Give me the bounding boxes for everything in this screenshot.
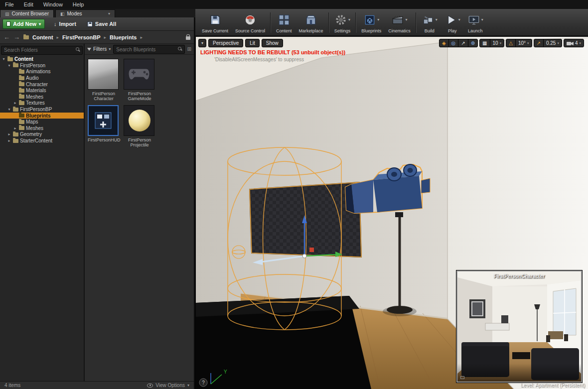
- rotation-snap-value[interactable]: 10°▾: [516, 39, 532, 47]
- chevron-down-icon[interactable]: ▾: [377, 17, 379, 22]
- chevron-down-icon[interactable]: ▾: [348, 17, 350, 22]
- asset-thumbnail[interactable]: [124, 59, 154, 90]
- grid-snap-value[interactable]: 10▾: [490, 39, 504, 47]
- axis-y-label: Y: [224, 369, 227, 375]
- search-assets-input[interactable]: [113, 45, 184, 54]
- rotation-icon: ◎: [451, 40, 456, 46]
- scale-snap-value[interactable]: 0.25▾: [544, 39, 562, 47]
- asset-firstperson-projectile[interactable]: FirstPersonProjectile: [124, 105, 155, 147]
- breadcrumb-blueprints[interactable]: Blueprints: [110, 34, 137, 40]
- save-current-button[interactable]: Save Current: [198, 10, 232, 35]
- view-options-button[interactable]: View Options ▾: [147, 383, 189, 388]
- viewport-toolbar: ▾ Perspective Lit Show: [198, 39, 283, 47]
- grid-snap-label: 10: [493, 40, 498, 46]
- chevron-down-icon[interactable]: ▾: [108, 11, 110, 16]
- maximize-button[interactable]: ↗: [458, 39, 468, 47]
- tree-item-textures[interactable]: ▸Textures: [0, 100, 84, 107]
- asset-firstperson-gamemode[interactable]: FirstPersonGameMode: [124, 59, 155, 101]
- forward-button[interactable]: →: [13, 33, 20, 41]
- angle-icon: △: [509, 40, 513, 46]
- save-search-button[interactable]: ⊞: [187, 46, 191, 52]
- camera-speed-button[interactable]: 4 ▾: [564, 39, 584, 47]
- rotation-mode-button[interactable]: ◎: [449, 39, 459, 47]
- tree-item-maps[interactable]: Maps: [0, 119, 84, 125]
- world-local-button[interactable]: ⊕: [468, 39, 477, 47]
- expander-icon[interactable]: ▸: [7, 138, 11, 143]
- launch-button[interactable]: ▾ Launch: [464, 10, 487, 35]
- expander-icon[interactable]: ▾: [7, 63, 11, 68]
- folder-icon: [13, 139, 18, 143]
- import-button[interactable]: ↓ Import: [52, 19, 78, 29]
- tree-item-firstperson[interactable]: ▾FirstPerson: [0, 62, 84, 69]
- button-label: Launch: [468, 28, 483, 33]
- expander-icon[interactable]: ▸: [13, 101, 17, 105]
- asset-thumbnail[interactable]: [124, 105, 154, 136]
- menu-file[interactable]: File: [0, 0, 19, 9]
- scale-snap-toggle[interactable]: ↗: [534, 39, 544, 47]
- source-control-button[interactable]: Source Control: [232, 10, 269, 35]
- breadcrumb-separator-icon: ▸: [57, 35, 59, 40]
- chevron-down-icon[interactable]: ▾: [458, 17, 460, 22]
- tab-modes[interactable]: ◧ Modes ▾: [55, 9, 115, 17]
- expander-icon[interactable]: ▾: [7, 107, 11, 112]
- tree-item-audio[interactable]: Audio: [0, 75, 84, 81]
- chevron-down-icon: ▾: [39, 22, 41, 26]
- settings-button[interactable]: ▾ Settings: [331, 10, 354, 35]
- show-button[interactable]: Show: [262, 39, 283, 47]
- tree-item-label: Character: [26, 82, 48, 87]
- save-icon: [209, 13, 222, 26]
- camera-preview[interactable]: FirstPersonCharacter: [456, 270, 582, 383]
- chevron-down-icon[interactable]: ▾: [405, 17, 407, 22]
- chevron-down-icon[interactable]: ▾: [436, 17, 438, 22]
- filters-button[interactable]: Filters ▾: [87, 46, 111, 52]
- build-button[interactable]: ▾ Build: [418, 10, 441, 35]
- save-all-button[interactable]: Save All: [85, 19, 118, 29]
- marketplace-button[interactable]: Marketplace: [295, 10, 327, 35]
- lock-icon[interactable]: [186, 33, 190, 42]
- tree-item-startercontent[interactable]: ▸StarterContent: [0, 137, 84, 144]
- menu-window[interactable]: Window: [38, 0, 68, 9]
- tree-item-blueprints[interactable]: Blueprints: [0, 113, 84, 119]
- snap-toggles-group: ◈ ◎ ↗ ⊕: [439, 39, 478, 47]
- asset-thumbnail[interactable]: [88, 59, 119, 90]
- back-button[interactable]: ←: [3, 33, 10, 41]
- perspective-button[interactable]: Perspective: [208, 39, 243, 47]
- help-button[interactable]: ?: [199, 379, 207, 387]
- tree-item-animations[interactable]: Animations: [0, 69, 84, 75]
- chevron-down-icon[interactable]: ▾: [481, 17, 483, 22]
- viewport-options-button[interactable]: ▾: [198, 39, 206, 47]
- expander-icon[interactable]: ▾: [1, 57, 6, 61]
- asset-firstpersonhud[interactable]: FirstPersonHUD: [88, 105, 120, 147]
- rotation-snap-label: 10°: [518, 40, 526, 46]
- tree-item-content[interactable]: ▾Content: [0, 56, 84, 63]
- search-folders-input[interactable]: [1, 46, 83, 55]
- breadcrumb-firstpersonbp[interactable]: FirstPersonBP: [62, 34, 100, 40]
- menu-help[interactable]: Help: [68, 0, 89, 9]
- cinematics-button[interactable]: ▾ Cinematics: [385, 10, 414, 35]
- grid-snap-toggle[interactable]: ▦: [480, 39, 490, 47]
- tree-item-character[interactable]: Character: [0, 81, 84, 88]
- surface-snap-button[interactable]: ◈: [440, 39, 449, 47]
- asset-thumbnail[interactable]: [88, 105, 119, 136]
- tree-item-meshes[interactable]: Meshes: [0, 94, 84, 100]
- menu-edit[interactable]: Edit: [19, 0, 38, 9]
- folder-icon: [13, 108, 18, 112]
- play-button[interactable]: ▾ Play: [441, 10, 464, 35]
- rotation-snap-toggle[interactable]: △: [506, 39, 516, 47]
- filter-funnel-icon: [87, 48, 91, 51]
- surface-snap-icon: ◈: [442, 40, 446, 46]
- tree-item-meshes-bp[interactable]: ▸Meshes: [0, 125, 84, 131]
- blueprints-button[interactable]: ▾ Blueprints: [358, 10, 385, 35]
- tree-item-materials[interactable]: Materials: [0, 87, 84, 94]
- add-new-button[interactable]: Add New ▾: [2, 19, 45, 29]
- tree-item-firstpersonbp[interactable]: ▾FirstPersonBP: [0, 106, 84, 113]
- content-browser-tab-icon: ▤: [5, 11, 9, 16]
- expander-icon[interactable]: ▸: [13, 126, 17, 130]
- tree-item-geometry[interactable]: ▸Geometry: [0, 131, 84, 138]
- expander-icon[interactable]: ▸: [7, 132, 11, 136]
- lit-button[interactable]: Lit: [245, 39, 260, 47]
- tab-content-browser[interactable]: ▤ Content Browser: [0, 9, 54, 17]
- asset-firstperson-character[interactable]: FirstPersonCharacter: [88, 59, 120, 101]
- breadcrumb-content[interactable]: Content: [32, 34, 53, 40]
- content-button[interactable]: Content: [273, 10, 295, 35]
